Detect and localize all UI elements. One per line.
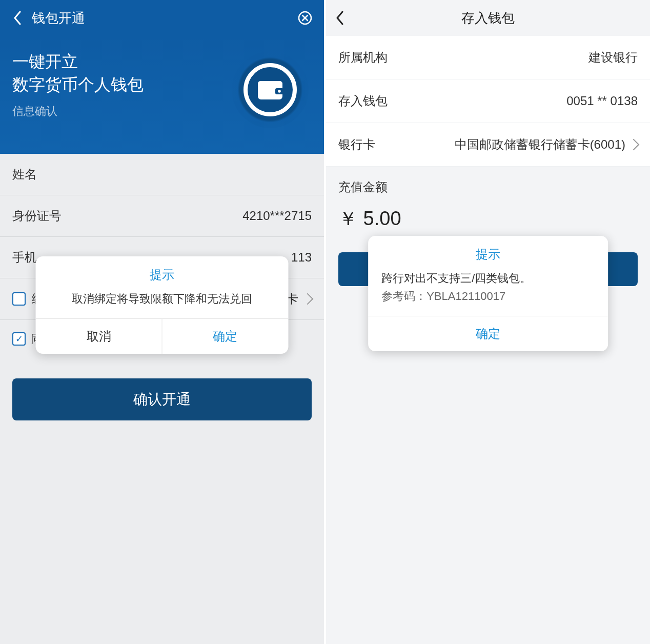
- row-idcard[interactable]: 身份证号 4210***2715: [0, 195, 324, 237]
- header: 存入钱包: [326, 0, 650, 36]
- idcard-value: 4210***2715: [242, 209, 312, 223]
- wallet-value: 0051 ** 0138: [566, 94, 638, 108]
- dialog-message: 跨行对出不支持三/四类钱包。 参考码：YBLA12110017: [368, 270, 608, 316]
- agree-checkbox[interactable]: ✓: [12, 332, 26, 346]
- dialog-actions: 取消 确定: [36, 318, 289, 354]
- chevron-right-icon: [628, 139, 640, 151]
- row-wallet: 存入钱包 0051 ** 0138: [326, 79, 650, 123]
- dialog-actions: 确定: [368, 316, 608, 351]
- cancel-button[interactable]: 取消: [36, 319, 162, 354]
- confirm-button[interactable]: 确定: [162, 319, 289, 354]
- row-name[interactable]: 姓名: [0, 154, 324, 195]
- confirm-button[interactable]: 确定: [368, 316, 608, 351]
- back-icon[interactable]: [10, 11, 25, 25]
- dialog-error: 提示 跨行对出不支持三/四类钱包。 参考码：YBLA12110017 确定: [368, 236, 608, 351]
- hero-line2: 数字货币个人钱包: [12, 75, 144, 94]
- dialog-title: 提示: [36, 256, 289, 290]
- bankcard-label: 银行卡: [338, 136, 375, 153]
- hero-banner: 一键开立 数字货币个人钱包 信息确认: [0, 36, 324, 154]
- wallet-icon: [232, 51, 309, 128]
- hero-line1: 一键开立: [12, 52, 78, 71]
- confirm-open-button[interactable]: 确认开通: [12, 378, 312, 420]
- name-label: 姓名: [12, 166, 37, 183]
- close-icon[interactable]: [297, 10, 313, 26]
- phone-value-tail: 113: [291, 250, 312, 265]
- org-value: 建设银行: [588, 49, 638, 66]
- page-title: 存入钱包: [461, 9, 515, 27]
- row-bankcard[interactable]: 银行卡 中国邮政储蓄银行储蓄卡(6001): [326, 123, 650, 167]
- dialog-refcode: 参考码：YBLA12110017: [381, 288, 595, 305]
- phone-label-partial: 手机: [12, 249, 37, 266]
- chevron-right-icon: [302, 293, 314, 305]
- row-org: 所属机构 建设银行: [326, 36, 650, 79]
- idcard-label: 身份证号: [12, 208, 62, 224]
- page-title: 钱包开通: [32, 9, 85, 27]
- dialog-title: 提示: [368, 236, 608, 270]
- bankcard-value: 中国邮政储蓄银行储蓄卡(6001): [455, 136, 625, 153]
- svg-point-4: [278, 90, 281, 93]
- bindcard-checkbox[interactable]: [12, 292, 26, 306]
- dialog-unbind-warning: 提示 取消绑定将导致限额下降和无法兑回 取消 确定: [36, 256, 289, 354]
- back-icon[interactable]: [335, 11, 350, 25]
- svg-rect-2: [258, 81, 282, 86]
- amount-label: 充值金额: [326, 167, 650, 200]
- screen-deposit: 存入钱包 所属机构 建设银行 存入钱包 0051 ** 0138 银行卡 中国邮…: [326, 0, 650, 644]
- wallet-label: 存入钱包: [338, 93, 388, 109]
- screen-open-wallet: 钱包开通 一键开立 数字货币个人钱包 信息确认 姓名 身份证号 4210***2…: [0, 0, 326, 644]
- dialog-message-text: 跨行对出不支持三/四类钱包。: [381, 272, 531, 285]
- header: 钱包开通: [0, 0, 324, 36]
- org-label: 所属机构: [338, 49, 388, 66]
- dialog-message: 取消绑定将导致限额下降和无法兑回: [36, 290, 289, 318]
